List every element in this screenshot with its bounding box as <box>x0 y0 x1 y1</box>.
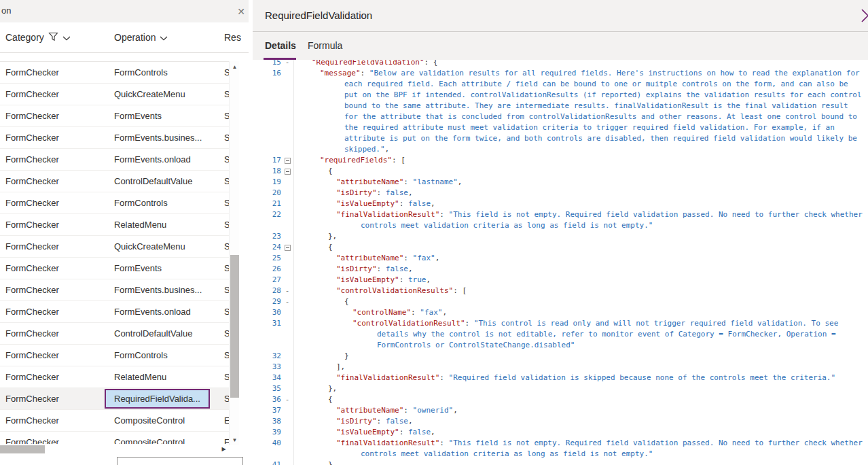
code-text: { <box>293 166 868 177</box>
table-row[interactable]: FormCheckerCompositeControlF <box>0 432 229 444</box>
vertical-scrollbar[interactable]: ▲ ▼ <box>229 61 239 445</box>
code-text: "finalValidationResult": "This field is … <box>293 438 868 449</box>
table-row[interactable]: FormCheckerControlDefaultValueS <box>0 323 229 345</box>
table-row[interactable]: FormCheckerFormEvents.busines...S <box>0 127 229 149</box>
line-number: 36 <box>261 394 281 405</box>
detail-panel: RequiredFieldValidation Details Formula … <box>253 0 868 465</box>
line-number <box>261 101 281 111</box>
cell-category: FormChecker <box>5 388 107 409</box>
left-panel-topbar: on ✕ <box>0 0 249 22</box>
operation-text: FormEvents.busines... <box>114 133 202 143</box>
table-row[interactable]: FormCheckerFormEvents.onloadS <box>0 301 229 323</box>
code-text: for the attribute that is concluded from… <box>293 111 868 122</box>
cell-category: FormChecker <box>5 323 107 344</box>
cell-operation: FormControls <box>114 192 224 213</box>
cell-category: FormChecker <box>5 105 107 126</box>
table-row[interactable]: FormCheckerCompositeControlE <box>0 410 229 432</box>
fold-spacer <box>281 79 293 90</box>
fold-collapse-icon[interactable] <box>281 166 293 177</box>
code-line: 36-{ <box>261 394 868 405</box>
line-number: 24 <box>261 242 281 253</box>
code-text: "isDirty": false, <box>293 416 868 427</box>
code-line: 17"requiredFields": [ <box>261 155 868 166</box>
close-icon[interactable]: ✕ <box>235 5 247 18</box>
code-text: "controlValidationResults": [ <box>293 286 868 296</box>
operation-text: FormEvents.busines... <box>114 285 202 295</box>
fold-collapse-icon[interactable]: - <box>281 296 293 307</box>
table-row[interactable]: FormCheckerFormControlsS <box>0 62 229 84</box>
scroll-right-icon[interactable]: ▶ <box>219 444 229 455</box>
scroll-up-icon[interactable]: ▲ <box>230 62 240 72</box>
cell-operation: QuickCreateMenu <box>114 236 224 257</box>
code-line: 24{ <box>261 242 868 253</box>
cell-operation: FormEvents <box>114 105 224 126</box>
operation-text: RelatedMenu <box>114 372 166 382</box>
code-line: 33], <box>261 362 868 373</box>
code-text: each required field. Each attribute / fi… <box>293 79 868 90</box>
code-text: { <box>293 242 868 253</box>
fold-collapse-icon[interactable]: - <box>281 286 293 296</box>
chevron-down-icon[interactable] <box>62 32 71 43</box>
column-header-result[interactable]: Res <box>224 22 249 52</box>
cell-category: FormChecker <box>5 345 107 366</box>
cell-result: S <box>224 236 229 257</box>
code-text: "attributeName": "fax", <box>293 253 868 264</box>
code-text: details why the control is not editable,… <box>293 329 868 340</box>
chevron-right-icon[interactable] <box>861 8 868 26</box>
code-text: ], <box>293 362 868 373</box>
fold-collapse-icon[interactable] <box>281 242 293 253</box>
fold-spacer <box>281 449 293 460</box>
column-header-category[interactable]: Category <box>5 22 71 52</box>
vertical-scrollbar-thumb[interactable] <box>230 255 239 398</box>
table-row[interactable]: FormCheckerFormEventsS <box>0 105 229 127</box>
table-row[interactable]: FormCheckerFormEvents.busines...S <box>0 279 229 301</box>
cell-operation: CompositeControl <box>114 410 224 431</box>
code-line: 39"isValueEmpty": false, <box>261 427 868 438</box>
horizontal-scrollbar[interactable]: ▶ <box>0 444 229 455</box>
fold-collapse-icon[interactable] <box>281 155 293 166</box>
table-row[interactable]: FormCheckerFormControlsS <box>0 192 229 214</box>
table-row[interactable]: FormCheckerRelatedMenuS <box>0 366 229 388</box>
fold-collapse-icon[interactable]: - <box>281 394 293 405</box>
table-row[interactable]: FormCheckerRequiredFieldValida...S <box>0 388 229 410</box>
table-row[interactable]: FormCheckerQuickCreateMenuS <box>0 236 229 258</box>
cell-category: FormChecker <box>5 236 107 257</box>
code-text: attribute is put on the form twice, and … <box>293 133 868 144</box>
scroll-down-icon[interactable]: ▼ <box>230 435 240 445</box>
line-number: 17 <box>261 155 281 166</box>
table-row[interactable]: FormCheckerQuickCreateMenuS <box>0 84 229 105</box>
bottom-input-box[interactable] <box>117 457 243 465</box>
fold-spacer <box>281 362 293 373</box>
column-header-operation[interactable]: Operation <box>114 22 168 52</box>
operation-text: CompositeControl <box>114 437 185 444</box>
line-number: 39 <box>261 427 281 438</box>
tab-details[interactable]: Details <box>265 32 296 60</box>
code-line: controls meet validation criteria as lon… <box>261 449 868 460</box>
code-line: 26"isDirty": false, <box>261 264 868 275</box>
table-row[interactable]: FormCheckerControlDefaultValueS <box>0 171 229 192</box>
cell-result: S <box>224 84 229 105</box>
fold-collapse-icon[interactable]: - <box>281 60 293 68</box>
chevron-down-icon[interactable] <box>160 32 168 43</box>
cell-result: S <box>224 323 229 344</box>
fold-spacer <box>281 373 293 383</box>
horizontal-scrollbar-thumb[interactable] <box>0 445 45 453</box>
line-number: 30 <box>261 307 281 318</box>
line-number <box>261 111 281 122</box>
table-row[interactable]: FormCheckerRelatedMenuS <box>0 214 229 236</box>
code-line: skipped.", <box>261 144 868 155</box>
fold-spacer <box>281 275 293 286</box>
code-line: 38"isDirty": false, <box>261 416 868 427</box>
table-row[interactable]: FormCheckerFormControlsS <box>0 345 229 366</box>
code-text: "controlName": "fax", <box>293 307 868 318</box>
cell-operation: RequiredFieldValida... <box>114 388 224 409</box>
selected-operation-cell[interactable]: RequiredFieldValida... <box>105 389 210 409</box>
table-row[interactable]: FormCheckerFormEvents.onloadS <box>0 149 229 171</box>
json-code-viewer[interactable]: 15-"RequiredFieldValidation": {16"messag… <box>253 60 868 465</box>
filter-icon[interactable] <box>48 32 58 44</box>
code-line: 34"finalValidationResult": "Required fie… <box>261 373 868 383</box>
code-text: "RequiredFieldValidation": { <box>293 60 868 68</box>
cell-operation: RelatedMenu <box>114 214 224 235</box>
tab-formula[interactable]: Formula <box>308 32 342 60</box>
table-row[interactable]: FormCheckerFormEventsS <box>0 258 229 279</box>
